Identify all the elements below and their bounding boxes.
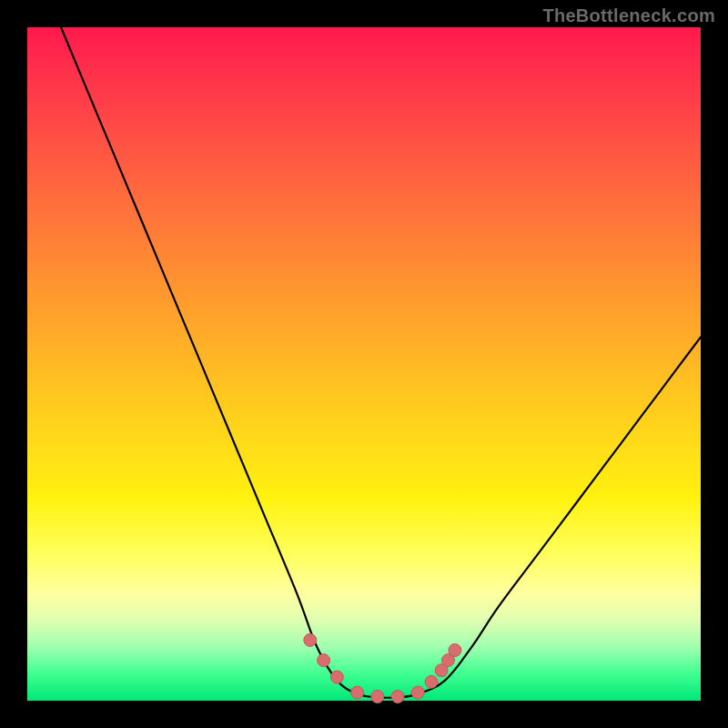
chart-frame: TheBottleneck.com <box>0 0 728 728</box>
curve-marker <box>371 691 384 703</box>
watermark-text: TheBottleneck.com <box>542 5 715 26</box>
curve-marker <box>391 691 404 703</box>
bottleneck-curve <box>61 27 701 698</box>
curve-marker <box>411 686 424 699</box>
curve-marker <box>449 644 461 657</box>
curve-marker <box>318 654 330 667</box>
curve-layer <box>27 27 701 701</box>
plot-area <box>27 27 701 701</box>
curve-marker <box>330 671 343 683</box>
curve-marker <box>425 675 438 688</box>
curve-marker <box>304 633 317 646</box>
curve-marker <box>351 686 364 699</box>
